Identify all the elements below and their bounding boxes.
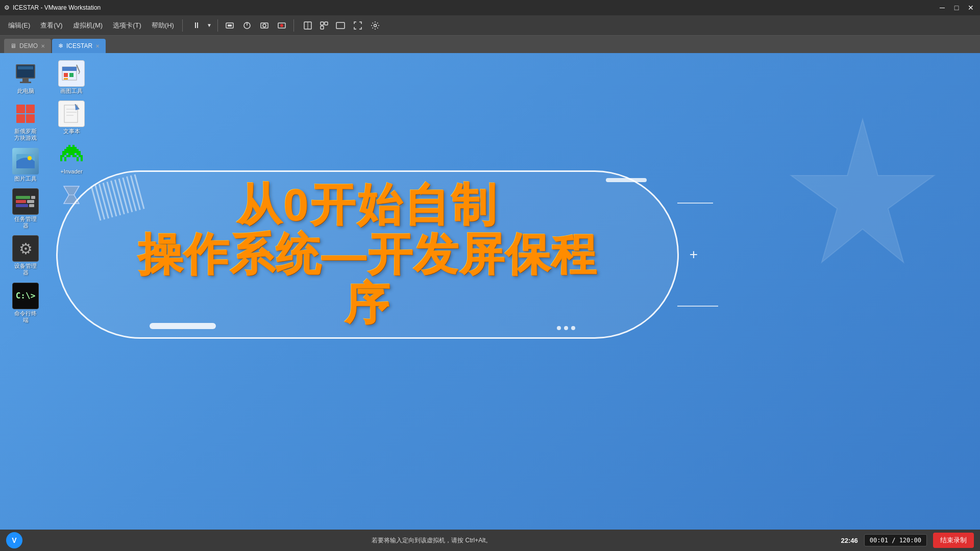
taskbar-bars-icon — [14, 194, 37, 209]
ctrl-alt-del-button[interactable] — [222, 18, 237, 33]
svg-rect-19 — [62, 67, 77, 71]
desktop-icon-tetris[interactable]: 新俄罗斯 方块游戏 — [5, 98, 46, 143]
svg-marker-15 — [791, 119, 934, 262]
line-decoration-tr — [677, 203, 713, 204]
tab-bar: 🖥 DEMO ✕ ❄ ICESTAR ✕ — [0, 36, 980, 53]
tab-demo-icon: 🖥 — [10, 42, 16, 49]
pause-button[interactable]: ⏸ — [189, 18, 204, 33]
minimize-button[interactable]: ─ — [937, 3, 947, 13]
record-button[interactable] — [274, 18, 289, 33]
tab-demo[interactable]: 🖥 DEMO ✕ — [4, 39, 51, 53]
svg-rect-21 — [69, 73, 74, 77]
view-btn-2[interactable] — [316, 18, 332, 33]
gear-icon: ⚙ — [19, 240, 33, 258]
task-label: 任务管理 器 — [14, 216, 37, 229]
svg-line-23 — [77, 65, 80, 72]
desktop-icon-device[interactable]: ⚙ 设备管理 器 — [5, 233, 46, 278]
device-label: 设备管理 器 — [14, 263, 37, 276]
title-bar-left: ⚙ ICESTAR - VMware Workstation — [4, 4, 101, 11]
svg-rect-33 — [66, 147, 77, 149]
pill-dots-bottom — [557, 326, 575, 330]
monitor-icon — [16, 64, 35, 83]
menu-bar: 编辑(E) 查看(V) 虚拟机(M) 选项卡(T) 帮助(H) ⏸ ▼ — [0, 15, 980, 36]
banner-line2: 操作系统—开发屏保程序 — [119, 230, 616, 329]
svg-rect-11 — [325, 22, 328, 25]
svg-rect-43 — [60, 157, 62, 161]
pill-bar-bottom — [150, 323, 216, 329]
tab-icestar-close[interactable]: ✕ — [95, 43, 100, 49]
thispc-icon-box — [12, 60, 39, 87]
monitor-screen — [16, 64, 35, 79]
svg-rect-38 — [77, 153, 81, 155]
app-icon: ⚙ — [4, 4, 10, 11]
taskbar-row-1 — [16, 196, 35, 199]
tab-demo-close[interactable]: ✕ — [41, 43, 45, 49]
desktop-icon-cmd[interactable]: C:\> 命令行终 端 — [5, 281, 46, 325]
snapshot-button[interactable] — [257, 18, 272, 33]
svg-rect-12 — [321, 26, 324, 29]
svg-rect-20 — [64, 73, 68, 77]
svg-rect-36 — [62, 153, 66, 155]
svg-point-5 — [263, 24, 266, 27]
svg-point-7 — [280, 24, 283, 27]
vm-viewport[interactable]: 此电脑 新俄罗斯 方块游戏 图 — [0, 53, 980, 551]
toolbar-sep-3 — [293, 19, 294, 32]
end-recording-button[interactable]: 结束录制 — [933, 533, 974, 548]
svg-line-24 — [79, 72, 80, 74]
toolbar-sep-1 — [182, 19, 183, 32]
menu-tab[interactable]: 选项卡(T) — [109, 19, 145, 32]
desktop-icon-draw[interactable]: 画图工具 — [51, 58, 92, 96]
status-hint-text: 若要将输入定向到该虚拟机，请按 Ctrl+Alt。 — [372, 536, 492, 545]
vmware-logo-icon: V — [6, 532, 22, 548]
svg-rect-13 — [336, 22, 345, 29]
svg-rect-1 — [228, 24, 232, 27]
banner-line1: 从0开始自制 — [119, 181, 616, 230]
photo-label: 图片工具 — [14, 176, 37, 182]
cmd-label: 命令行终 端 — [14, 310, 37, 323]
close-button[interactable]: ✕ — [966, 3, 976, 13]
thispc-label: 此电脑 — [17, 88, 34, 94]
svg-rect-40 — [66, 155, 70, 157]
clock-display: 22:46 — [841, 537, 858, 544]
menu-edit[interactable]: 编辑(E) — [4, 19, 34, 32]
windows-grid-icon — [16, 105, 35, 123]
power-button[interactable] — [239, 18, 255, 33]
svg-rect-42 — [79, 155, 83, 157]
draw-icon-box — [58, 60, 85, 87]
svg-rect-39 — [60, 155, 64, 157]
svg-rect-32 — [72, 145, 75, 147]
pause-dropdown[interactable]: ▼ — [205, 18, 213, 33]
svg-point-14 — [374, 24, 376, 27]
plus-decoration: + — [690, 246, 698, 263]
desktop-icon-thispc[interactable]: 此电脑 — [5, 58, 46, 96]
menu-vm[interactable]: 虚拟机(M) — [69, 19, 107, 32]
recording-progress: 00:01 / 120:00 — [864, 534, 927, 546]
status-right-section: 22:46 00:01 / 120:00 结束录制 — [841, 533, 974, 548]
svg-rect-31 — [68, 145, 70, 147]
taskbar-row-2 — [16, 200, 35, 203]
tab-icestar[interactable]: ❄ ICESTAR ✕ — [52, 39, 106, 53]
tab-icestar-label: ICESTAR — [66, 42, 92, 49]
window-title: ICESTAR - VMware Workstation — [13, 4, 101, 11]
toolbar-group-1: ⏸ ▼ — [189, 18, 213, 33]
svg-rect-41 — [72, 155, 77, 157]
menu-help[interactable]: 帮助(H) — [148, 19, 178, 32]
star-decoration — [786, 114, 939, 269]
view-btn-3[interactable] — [333, 18, 348, 33]
task-icon-box — [12, 188, 39, 215]
menu-view[interactable]: 查看(V) — [36, 19, 66, 32]
svg-rect-35 — [62, 151, 81, 153]
toolbar-sep-2 — [217, 19, 218, 32]
device-icon-box: ⚙ — [12, 235, 39, 262]
desktop-icon-task[interactable]: 任务管理 器 — [5, 186, 46, 231]
view-btn-1[interactable] — [300, 18, 315, 33]
line-decoration-br — [677, 306, 718, 307]
cmd-icon-box: C:\> — [12, 283, 39, 309]
photo-icon-box — [12, 148, 39, 174]
tab-icestar-icon: ❄ — [58, 42, 63, 49]
settings-button[interactable] — [368, 18, 383, 33]
maximize-button[interactable]: □ — [951, 3, 962, 13]
desktop-icon-notepad[interactable]: 文事本 — [51, 98, 92, 137]
desktop-icon-photo[interactable]: 图片工具 — [5, 146, 46, 184]
fullscreen-button[interactable] — [350, 18, 365, 33]
